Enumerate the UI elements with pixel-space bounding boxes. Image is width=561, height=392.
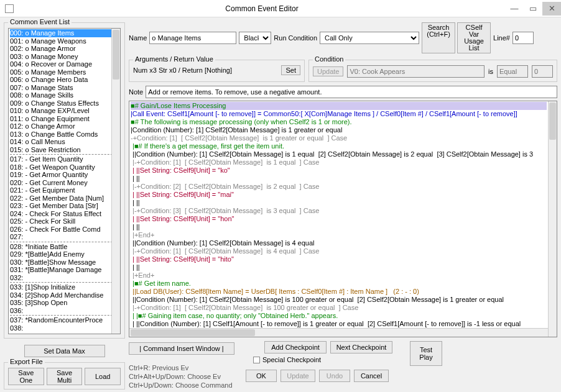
code-line[interactable]: | ||Set String: CSelf9[Unit] = "hon": [131, 215, 547, 223]
list-item[interactable]: 011: o Change Equipment: [10, 115, 119, 123]
add-checkpoint-button[interactable]: Add Checkpoint: [264, 341, 327, 353]
list-item[interactable]: 028: *Initiate Battle: [10, 243, 119, 251]
code-line[interactable]: ||Load DB(User): CSelf8[Item Name] = Use…: [131, 288, 547, 296]
list-item[interactable]: 012: o Change Armor: [10, 122, 119, 130]
list-item[interactable]: 004: o Recover or Damage: [10, 60, 119, 68]
code-line[interactable]: |-+Condition: [3] [ CSelf2[Obtain Messag…: [131, 207, 547, 215]
condition-update-button[interactable]: Update: [313, 66, 343, 76]
run-condition-select[interactable]: Call Only: [320, 32, 419, 44]
code-line[interactable]: |-+Condition: [1] [ CSelf2[Obtain Messag…: [131, 304, 547, 312]
set-data-max-button[interactable]: Set Data Max: [24, 345, 105, 357]
close-button[interactable]: ✕: [542, 2, 561, 16]
list-item[interactable]: 014: o Call Menus: [10, 138, 119, 146]
color-select[interactable]: Black: [239, 32, 271, 44]
minimize-button[interactable]: —: [505, 2, 524, 16]
load-button[interactable]: Load: [85, 368, 121, 385]
list-item[interactable]: 038:: [10, 324, 119, 332]
name-input[interactable]: [149, 32, 236, 44]
code-line[interactable]: -+Condition: [1] [ CSelf2[Obtain Message…: [131, 134, 547, 142]
save-one-button[interactable]: Save One: [8, 368, 44, 385]
search-button[interactable]: Search (Ctrl+F): [422, 22, 455, 53]
ok-button[interactable]: OK: [246, 370, 277, 382]
list-item[interactable]: 035: [3]Shop Open: [10, 299, 119, 307]
cself-var-usage-button[interactable]: CSelf Var Usage List: [457, 22, 491, 53]
update-button[interactable]: Update: [280, 370, 315, 382]
list-item[interactable]: 021: - Get Equipment: [10, 186, 119, 194]
maximize-button[interactable]: ▭: [524, 2, 542, 16]
command-editor[interactable]: ■# Gain/Lose Items Processing|Call Event…: [129, 101, 557, 337]
line-number-input[interactable]: [512, 32, 534, 44]
list-item[interactable]: 026: - Check For Battle Comd: [10, 226, 119, 234]
code-line[interactable]: |-+Condition: [1] [ CSelf2[Obtain Messag…: [131, 158, 547, 166]
code-line[interactable]: | ||: [131, 263, 547, 271]
list-item[interactable]: 008: o Manage Skills: [10, 91, 119, 99]
list-item[interactable]: 033: [1]Shop Initialize: [10, 283, 119, 291]
condition-var-input: [347, 65, 484, 78]
list-item[interactable]: 036:: [10, 307, 119, 315]
list-item[interactable]: 001: o Manage Weapons: [10, 37, 119, 45]
name-label: Name: [129, 34, 147, 42]
list-item[interactable]: 029: *[Battle]Add Enemy: [10, 250, 119, 258]
list-item[interactable]: 017: - Get Item Quantity: [10, 155, 119, 163]
list-item[interactable]: 010: o Manage EXP/Level: [10, 107, 119, 115]
cancel-button[interactable]: Cancel: [354, 370, 389, 382]
list-item[interactable]: 037: *RandomEncounterProce: [10, 316, 119, 324]
list-item[interactable]: 006: o Change Hero Data: [10, 76, 119, 84]
code-line[interactable]: | ||Set String: CSelf9[Unit] = "hito": [131, 255, 547, 263]
code-line[interactable]: ■# Gain/Lose Items Processing: [131, 102, 547, 110]
code-line[interactable]: ||Condition (Number): [1] CSelf2[Obtain …: [131, 239, 547, 247]
code-line[interactable]: |Condition (Number): [1] CSelf2[Obtain M…: [131, 126, 547, 134]
args-set-button[interactable]: Set: [281, 65, 300, 75]
event-list-scrollbar[interactable]: [111, 29, 120, 334]
code-line[interactable]: | ||: [131, 175, 547, 183]
list-item[interactable]: 003: o Manage Money: [10, 53, 119, 61]
list-item[interactable]: 031: *[Battle]Manage Damage: [10, 266, 119, 274]
list-item[interactable]: 027:: [10, 233, 119, 241]
note-input[interactable]: [146, 86, 557, 98]
special-checkpoint-checkbox[interactable]: Special Checkpoint: [253, 356, 392, 363]
list-item[interactable]: 009: o Change Status Effects: [10, 99, 119, 107]
undo-button[interactable]: Undo: [319, 370, 350, 382]
event-listbox[interactable]: 000: o Manage Items001: o Manage Weapons…: [8, 28, 121, 334]
list-item[interactable]: 013: o Change Battle Comds: [10, 130, 119, 139]
editor-scrollbar-h[interactable]: [129, 328, 548, 337]
code-line[interactable]: | |■# Gaining item case, no quantity; on…: [131, 312, 547, 320]
code-line[interactable]: |+End+: [131, 271, 547, 280]
code-line[interactable]: |■# Get item name.: [131, 280, 547, 288]
code-line[interactable]: |-+Condition: [1] [ CSelf2[Obtain Messag…: [131, 247, 547, 255]
code-line[interactable]: ||Condition (Number): [1] CSelf2[Obtain …: [131, 150, 547, 158]
code-line[interactable]: ■# The following is message processing (…: [131, 118, 547, 126]
list-item[interactable]: 007: o Manage Stats: [10, 84, 119, 92]
list-item[interactable]: 032:: [10, 274, 119, 282]
code-line[interactable]: | ||: [131, 199, 547, 207]
list-item[interactable]: 018: - Get Weapon Quantity: [10, 163, 119, 171]
list-item[interactable]: 005: o Manage Members: [10, 68, 119, 76]
editor-scrollbar-v[interactable]: [548, 101, 557, 337]
code-line[interactable]: ||Condition (Number): [1] CSelf2[Obtain …: [131, 296, 547, 304]
list-item[interactable]: 030: *[Battle]Show Message: [10, 258, 119, 267]
list-item[interactable]: 015: o Save Restriction: [10, 146, 119, 154]
list-item[interactable]: 025: - Check For Skill: [10, 217, 119, 226]
save-multi-button[interactable]: Save Multi: [47, 368, 83, 385]
code-line[interactable]: |Call Event: CSelf1[Amount [- to remove]…: [131, 110, 547, 118]
code-line[interactable]: | ||: [131, 223, 547, 231]
list-item[interactable]: 000: o Manage Items: [10, 29, 119, 37]
test-play-button[interactable]: Test Play: [410, 341, 442, 366]
list-item[interactable]: 024: - Check For Status Effect: [10, 210, 119, 218]
command-insert-window-button[interactable]: | Command Insert Window |: [129, 342, 234, 355]
list-item[interactable]: 019: - Get Armor Quantity: [10, 171, 119, 179]
list-item[interactable]: 020: - Get Current Money: [10, 179, 119, 187]
next-checkpoint-button[interactable]: Next Checkpoint: [330, 341, 392, 353]
code-line[interactable]: |+End+: [131, 231, 547, 239]
code-line[interactable]: |■# If there's a get message, first get …: [131, 142, 547, 150]
code-line[interactable]: | ||Set String: CSelf9[Unit] = "mai": [131, 191, 547, 199]
condition-value-input: [532, 65, 553, 78]
line-number-label: Line#: [493, 34, 510, 42]
list-item[interactable]: 002: o Manage Armor: [10, 45, 119, 53]
list-item[interactable]: 023: - Get Member Data [Str]: [10, 202, 119, 210]
code-line[interactable]: | ||Condition (Number): [1] CSelf1[Amoun…: [131, 320, 547, 328]
code-line[interactable]: |-+Condition: [2] [ CSelf2[Obtain Messag…: [131, 183, 547, 191]
list-item[interactable]: 022: - Get Member Data [Num]: [10, 194, 119, 203]
list-item[interactable]: 034: [2]Shop Add Merchandise: [10, 291, 119, 299]
code-line[interactable]: | ||Set String: CSelf9[Unit] = "ko": [131, 166, 547, 175]
